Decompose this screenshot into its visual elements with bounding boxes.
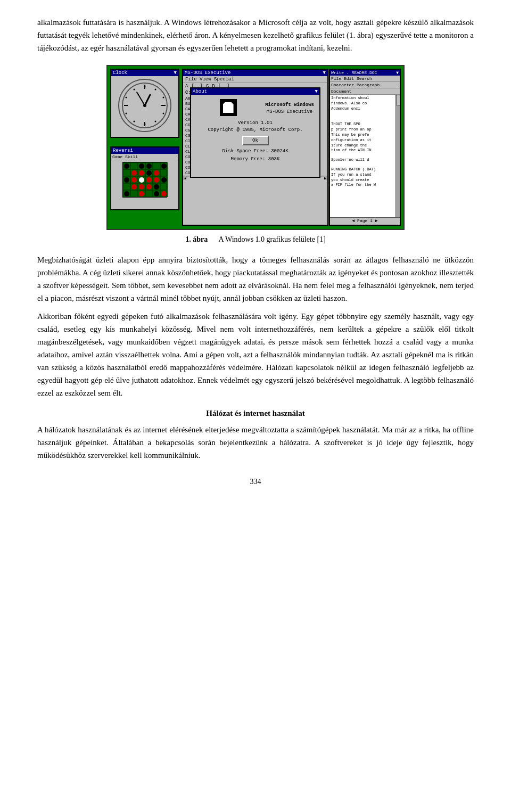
paragraph-4: A hálózatok használatának és az internet… [37, 423, 474, 462]
svg-point-9 [163, 97, 164, 99]
reversi-menu: Game Skill [111, 154, 178, 160]
reversi-window: Reversi Game Skill [110, 146, 179, 210]
svg-point-12 [144, 124, 146, 125]
svg-point-8 [155, 89, 156, 91]
svg-point-10 [163, 113, 164, 114]
msdos-menu-bar: File View Special [183, 76, 327, 83]
paragraph-3: Akkoriban főként egyedi gépeken futó alk… [37, 310, 474, 399]
windows-screenshot: Clock ▼ [106, 65, 405, 230]
write-menu-2: Character Paragraph [330, 82, 400, 88]
figure-caption: 1. ábra A Windows 1.0 grafikus felülete … [37, 235, 474, 244]
svg-point-14 [126, 113, 127, 114]
svg-point-13 [134, 121, 135, 122]
about-content: Microsoft Windows MS-DOS Executive Versi… [191, 95, 319, 164]
clock-svg [121, 81, 169, 129]
reversi-title-bar: Reversi [111, 147, 178, 154]
paragraph-2: Megbízhatóságát üzleti alapon épp annyir… [37, 253, 474, 305]
clock-face [118, 79, 171, 132]
write-menu-1: File Edit Search [330, 76, 400, 82]
about-ok-button[interactable]: Ok [242, 136, 269, 145]
svg-point-17 [143, 104, 146, 107]
svg-point-15 [126, 97, 127, 99]
clock-window: Clock ▼ [110, 69, 179, 138]
page-number: 334 [37, 478, 474, 486]
about-memory: Memory Free: 303K [196, 157, 314, 162]
write-title-bar: Write - README.DOC ▼ [330, 70, 400, 76]
write-window: Write - README.DOC ▼ File Edit Search Ch… [329, 69, 401, 226]
svg-point-7 [144, 86, 146, 88]
svg-point-11 [155, 121, 156, 122]
write-scrollbar[interactable] [395, 95, 400, 217]
about-title-bar: About ▼ [191, 88, 319, 95]
about-body-text: Microsoft Windows MS-DOS Executive [265, 102, 314, 116]
write-page-number: ◄ Page 1 ► [330, 217, 400, 224]
about-disk-space: Disk Space Free: 30024K [196, 149, 314, 154]
about-icon [220, 99, 237, 116]
msdos-title-bar: MS-DOS Executive ▼ [183, 70, 327, 76]
write-menu-3: Document [330, 88, 400, 95]
write-content: Information shoul findows. Also co Adden… [330, 95, 400, 217]
svg-point-16 [134, 89, 135, 91]
reversi-grid [122, 162, 167, 198]
section-heading: Hálózat és internet használat [37, 409, 474, 418]
clock-title-bar: Clock ▼ [111, 70, 178, 76]
about-dialog: About ▼ Microsoft Windows MS-DOS Executi… [190, 87, 320, 178]
paragraph-1: alkalmazások futtatására is használjuk. … [37, 16, 474, 54]
